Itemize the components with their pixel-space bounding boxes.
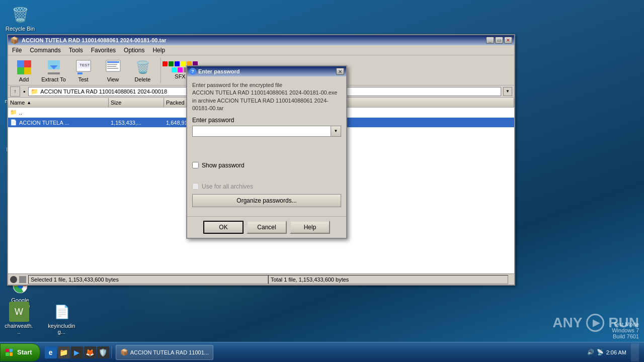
quicklaunch-explorer[interactable]: 📁 (58, 346, 70, 358)
show-password-checkbox[interactable] (192, 162, 199, 168)
desktop: 🗑️ Recycle Bin S Skype ■ meetadvert... A… (0, 0, 644, 362)
tool-delete[interactable]: 🗑️ Delete (129, 57, 156, 84)
desktop-icon-recycle-bin[interactable]: 🗑️ Recycle Bin (3, 3, 38, 34)
menu-options[interactable]: Options (120, 46, 148, 55)
start-button[interactable]: Start (0, 343, 40, 361)
keyincluding-icon: 📄 (52, 302, 72, 322)
help-button[interactable]: Help (290, 221, 330, 234)
svg-rect-3 (17, 60, 24, 67)
taskbar-winrar-icon: 📦 (120, 348, 128, 356)
add-label: Add (19, 76, 29, 82)
dialog-close-button[interactable]: ✕ (336, 68, 344, 75)
desktop-icon-chairweather[interactable]: W chairweath... (3, 300, 35, 337)
use-for-all-label: Use for all archives (202, 183, 253, 190)
clock[interactable]: 2:06 AM (606, 349, 626, 355)
show-password-label[interactable]: Show password (202, 162, 245, 169)
quicklaunch-media[interactable]: ▶ (71, 346, 83, 358)
status-total: Total 1 file, 1,153,433,600 bytes (268, 275, 508, 284)
desktop-icon-keyincluding[interactable]: 📄 keyincluding... (45, 300, 78, 337)
svg-rect-9 (48, 72, 60, 74)
svg-rect-18 (107, 68, 118, 69)
tool-view[interactable]: View (99, 57, 127, 84)
show-password-row: Show password (192, 162, 341, 169)
file-size: 1,153,433,... (109, 120, 164, 126)
svg-rect-5 (17, 67, 24, 74)
ok-button[interactable]: OK (203, 221, 244, 234)
tool-add[interactable]: Add (10, 57, 38, 84)
password-dropdown-button[interactable]: ▼ (331, 126, 341, 137)
dialog-info: Enter password for the encrypted file AC… (192, 81, 341, 113)
quicklaunch-shield[interactable]: 🛡️ (97, 346, 109, 358)
close-button[interactable]: ✕ (504, 37, 512, 44)
col-name-label: Name (10, 100, 25, 106)
address-dropdown-button[interactable]: ▼ (503, 87, 512, 96)
col-name[interactable]: Name ▲ (8, 98, 109, 107)
password-input[interactable] (192, 126, 331, 137)
minimize-button[interactable]: _ (486, 37, 494, 44)
delete-icon: 🗑️ (134, 58, 152, 76)
chairweather-label: chairweath... (5, 323, 33, 335)
nav-up-button[interactable]: ↑ (10, 86, 20, 97)
test-mode-text: Test Mode (612, 321, 639, 327)
quick-launch: e 📁 ▶ 🦊 🛡️ (43, 346, 112, 358)
svg-text:TEST: TEST (79, 63, 90, 67)
show-desktop-button[interactable] (631, 343, 639, 361)
col-size[interactable]: Size (109, 98, 164, 107)
extract-label: Extract To (41, 76, 66, 82)
status-bar: Selected 1 file, 1,153,433,600 bytes Tot… (8, 274, 514, 285)
spacer2 (192, 173, 341, 183)
anyrun-text-any: ANY (552, 315, 582, 331)
winrar-icon: 📦 (10, 36, 19, 44)
taskbar-item-winrar[interactable]: 📦 ACCION TUTELA RAD 11001... (116, 345, 213, 360)
keyincluding-label: keyincluding... (47, 323, 76, 335)
tool-test[interactable]: TEST Test (69, 57, 97, 84)
quicklaunch-ie[interactable]: e (45, 346, 57, 358)
parent-dir-icon: 📁 (10, 109, 17, 116)
extract-icon (45, 58, 63, 76)
tray-icon-network[interactable]: 📡 (597, 349, 604, 355)
parent-dir-name: .. (19, 110, 22, 116)
svg-rect-16 (107, 64, 117, 65)
logo-quad-yellow (10, 352, 13, 356)
folder-icon: 📁 (31, 88, 38, 95)
dialog-info-line3: in archive ACCION TUTELA RAD 11001408806… (192, 97, 341, 113)
os-text: Windows 7 (612, 327, 639, 333)
menu-favorites[interactable]: Favorites (87, 46, 120, 55)
anyrun-play-icon: ▶ (586, 314, 604, 332)
spacer (192, 142, 341, 162)
logo-quad-red (6, 349, 9, 352)
dialog-info-line2: ACCION TUTELA RAD 110014088061 2024-0018… (192, 89, 341, 97)
dialog-info-line1: Enter password for the encrypted file (192, 81, 341, 89)
taskbar-winrar-label: ACCION TUTELA RAD 11001... (130, 349, 209, 355)
use-for-all-checkbox[interactable] (192, 183, 199, 190)
menu-tools[interactable]: Tools (65, 46, 87, 55)
svg-rect-17 (107, 66, 116, 67)
test-mode-badge: Test Mode Windows 7 Build 7601 (612, 321, 639, 339)
sort-icon: ▲ (27, 100, 31, 105)
play-triangle: ▶ (593, 317, 600, 328)
tool-extract[interactable]: Extract To (40, 57, 67, 84)
use-for-all-row: Use for all archives (192, 183, 341, 190)
restore-button[interactable]: ▭ (495, 37, 503, 44)
menu-file[interactable]: File (8, 46, 26, 55)
menu-commands[interactable]: Commands (26, 46, 64, 55)
delete-label: Delete (135, 76, 151, 82)
dialog-title-text: Enter password (198, 68, 240, 74)
password-label: Enter password (192, 117, 341, 124)
tray-icon-sound[interactable]: 🔊 (587, 349, 594, 355)
dialog-titlebar: ? Enter password ✕ (187, 66, 346, 76)
winrar-menubar: File Commands Tools Favorites Options He… (8, 45, 514, 55)
recycle-bin-label: Recycle Bin (6, 26, 35, 32)
organize-passwords-button[interactable]: Organize passwords... (192, 194, 341, 207)
status-selected: Selected 1 file, 1,153,433,600 bytes (28, 275, 268, 284)
quicklaunch-firefox[interactable]: 🦊 (84, 346, 96, 358)
menu-help[interactable]: Help (148, 46, 169, 55)
cancel-button[interactable]: Cancel (247, 221, 287, 234)
winrar-titlebar: 📦 ACCION TUTELA RAD 110014088061 2024-00… (8, 35, 514, 45)
start-label: Start (17, 348, 32, 356)
password-field-container: ▼ (192, 126, 341, 137)
recycle-bin-icon: 🗑️ (10, 5, 30, 25)
winrar-title: ACCION TUTELA RAD 110014088061 2024-0018… (22, 37, 167, 43)
logo-quad-blue (10, 349, 13, 352)
status-icons (8, 276, 28, 283)
